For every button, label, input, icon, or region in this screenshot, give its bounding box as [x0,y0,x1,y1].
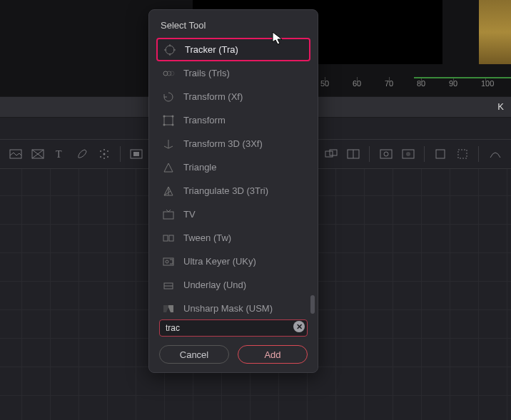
svg-rect-17 [380,150,392,158]
tool-item-label: Ultra Keyer (UKy) [183,256,256,267]
toolbar-curve-button[interactable] [486,145,504,163]
viewer-content-strip [479,0,511,64]
tool-list[interactable]: Tracker (Tra)Trails (Trls)Transform (Xf)… [156,38,310,315]
tool-item-tv[interactable]: TV [156,203,310,226]
transform2-icon [162,114,175,127]
toolbar-blur-button[interactable] [399,145,417,163]
tool-item-transform2[interactable]: Transform [156,108,310,132]
tool-item-unsharp[interactable]: Unsharp Mask (USM) [156,297,310,315]
svg-line-38 [168,146,173,148]
toolbar-separator [120,146,121,162]
tool-item-triangulate3d[interactable]: Triangulate 3D (3Tri) [156,179,310,203]
tool-item-label: Trails (Trls) [183,68,230,78]
svg-rect-11 [133,152,139,156]
svg-rect-41 [163,212,173,219]
tool-item-underlay[interactable]: Underlay (Und) [156,273,310,297]
tool-item-trails[interactable]: Trails (Trls) [156,61,310,85]
search-input[interactable] [159,319,308,337]
ruler-tick [325,77,325,84]
toolbar-merge2-button[interactable] [345,145,363,163]
underlay-icon [162,279,175,292]
tool-item-triangle[interactable]: Triangle [156,155,310,179]
tv-icon [162,208,175,221]
tool-item-label: Tween (Tw) [183,232,231,243]
popup-title: Select Tool [161,20,306,31]
tool-item-transform[interactable]: Transform (Xf) [156,85,310,108]
tool-item-tween[interactable]: Tween (Tw) [156,226,310,250]
tracker-icon [163,43,176,56]
toolbar-separator [478,146,479,162]
tool-item-label: Unsharp Mask (USM) [183,303,273,314]
toolbar-separator [424,146,425,162]
svg-point-30 [170,71,174,76]
clear-search-icon[interactable]: ✕ [293,321,305,332]
ruler-label: 100 [481,79,494,88]
toolbar-text-button[interactable]: T [51,145,69,163]
svg-rect-45 [169,235,173,241]
k-label: K [497,101,504,112]
svg-point-20 [406,152,410,156]
ruler-tick [389,77,390,84]
ruler-tick [357,77,358,84]
svg-rect-14 [325,151,333,157]
scrollbar-thumb[interactable] [310,295,315,314]
tool-item-label: Triangulate 3D (3Tri) [183,185,268,196]
svg-point-47 [166,260,168,263]
select-tool-popup: Select Tool Tracker (Tra)Trails (Trls)Tr… [148,9,318,373]
toolbar-crop1-button[interactable] [432,145,450,163]
svg-point-9 [103,158,105,159]
tool-item-label: Underlay (Und) [183,280,246,290]
svg-rect-21 [436,150,445,158]
svg-rect-31 [164,116,173,125]
svg-line-37 [164,146,168,148]
svg-point-8 [103,149,105,150]
tool-item-tracker[interactable]: Tracker (Tra) [156,38,310,61]
toolbar-crop2-button[interactable] [454,145,472,163]
toolbar-paint-button[interactable] [73,145,91,163]
svg-text:T: T [56,149,62,159]
ruler-range-indicator [414,77,511,78]
cancel-button[interactable]: Cancel [159,345,229,364]
toolbar-bg-button[interactable] [7,145,25,163]
svg-point-33 [172,115,174,117]
trails-icon [162,67,175,80]
transform-icon [162,91,175,103]
tool-item-transform3d[interactable]: Transform 3D (3Xf) [156,132,310,155]
tool-item-label: Triangle [183,162,216,173]
svg-point-18 [384,152,388,156]
tool-item-label: Transform [183,115,226,126]
svg-point-34 [163,123,166,126]
svg-point-6 [100,156,101,158]
svg-rect-22 [458,150,467,158]
tool-item-label: Transform (Xf) [183,91,243,102]
svg-point-3 [103,153,105,155]
tool-item-label: TV [183,209,196,220]
unsharp-icon [162,302,175,315]
toolbar-particles-button[interactable] [95,145,113,163]
svg-rect-44 [163,235,168,241]
toolbar-mask1-button[interactable] [128,145,146,163]
triangle-icon [162,161,175,174]
toolbar-lens-button[interactable] [377,145,395,163]
svg-rect-15 [330,150,337,155]
tool-item-ultrakeyer[interactable]: Ultra Keyer (UKy) [156,250,310,273]
svg-point-23 [166,46,174,54]
transform3d-icon [162,138,175,150]
toolbar-separator [369,146,370,162]
svg-point-7 [107,156,108,158]
svg-point-32 [163,115,166,117]
toolbar-gradient-button[interactable] [29,145,47,163]
ultrakeyer-icon [162,255,175,268]
svg-point-5 [107,150,108,152]
tool-item-label: Transform 3D (3Xf) [183,138,263,149]
add-button[interactable]: Add [238,345,308,364]
tool-item-label: Tracker (Tra) [185,44,238,55]
triangulate3d-icon [162,185,175,198]
svg-point-4 [100,150,101,152]
svg-point-35 [172,123,174,126]
tween-icon [162,232,175,245]
toolbar-merge1-button[interactable] [323,145,340,163]
